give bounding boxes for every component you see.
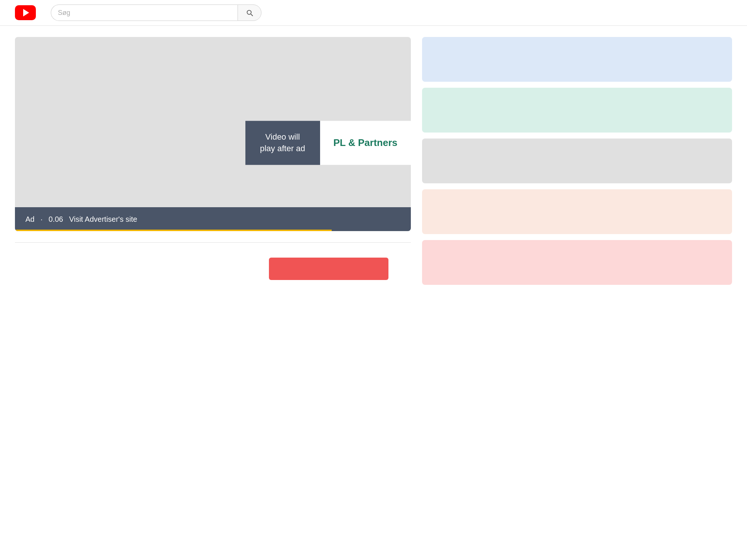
search-icon bbox=[245, 9, 254, 17]
ad-dot: · bbox=[40, 215, 43, 224]
sidebar-card-5 bbox=[422, 240, 732, 285]
sidebar-card-4 bbox=[422, 189, 732, 234]
search-button[interactable] bbox=[238, 4, 261, 21]
video-section: Video will play after ad PL & Partners A… bbox=[15, 37, 411, 285]
play-icon bbox=[23, 9, 29, 16]
sidebar-card-2 bbox=[422, 88, 732, 133]
search-input[interactable] bbox=[51, 4, 238, 21]
header bbox=[0, 0, 747, 26]
red-action-button[interactable] bbox=[269, 258, 388, 280]
search-container bbox=[51, 4, 261, 21]
progress-bar-fill bbox=[15, 230, 332, 231]
right-sidebar bbox=[422, 37, 732, 285]
video-player[interactable]: Video will play after ad PL & Partners A… bbox=[15, 37, 411, 231]
main-content: Video will play after ad PL & Partners A… bbox=[0, 26, 747, 296]
ad-timer: 0.06 bbox=[49, 215, 63, 224]
youtube-logo[interactable] bbox=[15, 5, 36, 20]
pl-partners-box[interactable]: PL & Partners bbox=[320, 121, 411, 165]
sidebar-card-3 bbox=[422, 139, 732, 183]
red-button-area bbox=[15, 258, 411, 280]
progress-bar-container bbox=[15, 230, 411, 231]
video-will-play-overlay: Video will play after ad PL & Partners bbox=[245, 121, 411, 165]
below-video-separator bbox=[15, 242, 411, 250]
ad-label: Ad bbox=[25, 215, 34, 224]
visit-advertiser-link[interactable]: Visit Advertiser's site bbox=[69, 215, 137, 224]
ad-bar: Ad · 0.06 Visit Advertiser's site bbox=[15, 207, 411, 231]
video-will-play-text: Video will play after ad bbox=[245, 121, 320, 165]
sidebar-card-1 bbox=[422, 37, 732, 82]
logo-icon bbox=[15, 5, 36, 20]
